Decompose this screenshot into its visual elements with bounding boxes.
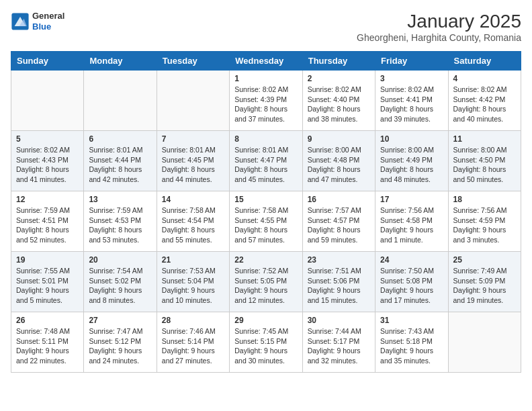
day-number: 29	[234, 316, 297, 325]
calendar-cell: 8Sunrise: 8:01 AM Sunset: 4:47 PM Daylig…	[230, 131, 302, 191]
calendar-cell: 28Sunrise: 7:46 AM Sunset: 5:14 PM Dayli…	[157, 312, 229, 373]
page-title: January 2025	[357, 11, 521, 32]
calendar-cell: 18Sunrise: 7:56 AM Sunset: 4:59 PM Dayli…	[448, 191, 521, 252]
calendar-week-row: 12Sunrise: 7:59 AM Sunset: 4:51 PM Dayli…	[11, 191, 521, 252]
day-info: Sunrise: 7:44 AM Sunset: 5:17 PM Dayligh…	[308, 327, 361, 365]
day-number: 22	[234, 255, 297, 265]
page-header: General Blue January 2025 Gheorgheni, Ha…	[11, 11, 521, 43]
day-header-friday: Friday	[375, 52, 448, 71]
day-header-wednesday: Wednesday	[230, 52, 302, 71]
calendar-cell: 11Sunrise: 8:00 AM Sunset: 4:50 PM Dayli…	[448, 131, 521, 191]
title-block: January 2025 Gheorgheni, Harghita County…	[357, 11, 521, 43]
day-number: 21	[162, 255, 224, 265]
day-info: Sunrise: 8:01 AM Sunset: 4:44 PM Dayligh…	[89, 146, 142, 183]
day-number: 2	[308, 74, 370, 83]
calendar-cell	[84, 71, 157, 131]
day-info: Sunrise: 8:00 AM Sunset: 4:48 PM Dayligh…	[308, 146, 361, 183]
day-number: 23	[308, 255, 370, 265]
day-number: 1	[234, 74, 297, 83]
day-number: 26	[16, 316, 79, 325]
day-info: Sunrise: 7:47 AM Sunset: 5:12 PM Dayligh…	[89, 327, 142, 365]
day-header-tuesday: Tuesday	[157, 52, 229, 71]
calendar-week-row: 1Sunrise: 8:02 AM Sunset: 4:39 PM Daylig…	[11, 71, 521, 131]
day-number: 15	[234, 195, 297, 204]
page-subtitle: Gheorgheni, Harghita County, Romania	[357, 32, 521, 43]
day-header-sunday: Sunday	[11, 52, 84, 71]
day-number: 7	[162, 134, 224, 144]
day-number: 16	[308, 195, 370, 204]
day-info: Sunrise: 7:48 AM Sunset: 5:11 PM Dayligh…	[16, 327, 70, 365]
day-info: Sunrise: 7:53 AM Sunset: 5:04 PM Dayligh…	[162, 267, 216, 304]
calendar-cell: 19Sunrise: 7:55 AM Sunset: 5:01 PM Dayli…	[11, 252, 84, 312]
day-number: 25	[453, 255, 516, 265]
day-number: 5	[16, 134, 79, 144]
day-number: 8	[234, 134, 297, 144]
calendar-cell: 10Sunrise: 8:00 AM Sunset: 4:49 PM Dayli…	[375, 131, 448, 191]
day-number: 13	[89, 195, 151, 204]
calendar-cell: 3Sunrise: 8:02 AM Sunset: 4:41 PM Daylig…	[375, 71, 448, 131]
day-info: Sunrise: 7:46 AM Sunset: 5:14 PM Dayligh…	[162, 327, 216, 365]
day-number: 31	[380, 316, 443, 325]
day-number: 9	[308, 134, 370, 144]
day-info: Sunrise: 8:02 AM Sunset: 4:42 PM Dayligh…	[453, 85, 507, 123]
logo: General Blue	[11, 11, 64, 32]
day-info: Sunrise: 8:01 AM Sunset: 4:45 PM Dayligh…	[162, 146, 216, 183]
day-info: Sunrise: 8:02 AM Sunset: 4:43 PM Dayligh…	[16, 146, 70, 183]
calendar-table: SundayMondayTuesdayWednesdayThursdayFrid…	[11, 51, 521, 373]
day-number: 20	[89, 255, 151, 265]
calendar-cell: 23Sunrise: 7:51 AM Sunset: 5:06 PM Dayli…	[302, 252, 375, 312]
day-info: Sunrise: 7:56 AM Sunset: 4:58 PM Dayligh…	[380, 206, 434, 244]
day-number: 6	[89, 134, 151, 144]
day-info: Sunrise: 7:56 AM Sunset: 4:59 PM Dayligh…	[453, 206, 507, 244]
day-info: Sunrise: 7:49 AM Sunset: 5:09 PM Dayligh…	[453, 267, 507, 304]
day-info: Sunrise: 7:45 AM Sunset: 5:15 PM Dayligh…	[234, 327, 288, 365]
calendar-cell: 13Sunrise: 7:59 AM Sunset: 4:53 PM Dayli…	[84, 191, 157, 252]
calendar-cell: 27Sunrise: 7:47 AM Sunset: 5:12 PM Dayli…	[84, 312, 157, 373]
calendar-cell: 30Sunrise: 7:44 AM Sunset: 5:17 PM Dayli…	[302, 312, 375, 373]
logo-icon	[11, 12, 30, 31]
day-info: Sunrise: 7:59 AM Sunset: 4:51 PM Dayligh…	[16, 206, 70, 244]
day-info: Sunrise: 7:58 AM Sunset: 4:54 PM Dayligh…	[162, 206, 216, 244]
day-info: Sunrise: 8:00 AM Sunset: 4:50 PM Dayligh…	[453, 146, 507, 183]
day-number: 12	[16, 195, 79, 204]
calendar-cell: 2Sunrise: 8:02 AM Sunset: 4:40 PM Daylig…	[302, 71, 375, 131]
day-number: 18	[453, 195, 516, 204]
logo-text: General Blue	[32, 11, 64, 32]
day-info: Sunrise: 7:55 AM Sunset: 5:01 PM Dayligh…	[16, 267, 70, 304]
day-number: 19	[16, 255, 79, 265]
day-header-monday: Monday	[84, 52, 157, 71]
calendar-cell	[11, 71, 84, 131]
calendar-cell	[157, 71, 229, 131]
calendar-cell: 25Sunrise: 7:49 AM Sunset: 5:09 PM Dayli…	[448, 252, 521, 312]
logo-line2: Blue	[32, 21, 64, 32]
calendar-cell: 7Sunrise: 8:01 AM Sunset: 4:45 PM Daylig…	[157, 131, 229, 191]
calendar-cell: 9Sunrise: 8:00 AM Sunset: 4:48 PM Daylig…	[302, 131, 375, 191]
day-info: Sunrise: 7:50 AM Sunset: 5:08 PM Dayligh…	[380, 267, 434, 304]
day-number: 10	[380, 134, 443, 144]
day-number: 24	[380, 255, 443, 265]
day-number: 4	[453, 74, 516, 83]
calendar-cell: 5Sunrise: 8:02 AM Sunset: 4:43 PM Daylig…	[11, 131, 84, 191]
calendar-cell: 15Sunrise: 7:58 AM Sunset: 4:55 PM Dayli…	[230, 191, 302, 252]
calendar-cell: 21Sunrise: 7:53 AM Sunset: 5:04 PM Dayli…	[157, 252, 229, 312]
day-info: Sunrise: 7:51 AM Sunset: 5:06 PM Dayligh…	[308, 267, 361, 304]
day-info: Sunrise: 8:02 AM Sunset: 4:40 PM Dayligh…	[308, 85, 361, 123]
calendar-cell: 16Sunrise: 7:57 AM Sunset: 4:57 PM Dayli…	[302, 191, 375, 252]
day-info: Sunrise: 7:43 AM Sunset: 5:18 PM Dayligh…	[380, 327, 434, 365]
day-info: Sunrise: 8:02 AM Sunset: 4:39 PM Dayligh…	[234, 85, 288, 123]
calendar-cell: 17Sunrise: 7:56 AM Sunset: 4:58 PM Dayli…	[375, 191, 448, 252]
calendar-cell: 6Sunrise: 8:01 AM Sunset: 4:44 PM Daylig…	[84, 131, 157, 191]
day-info: Sunrise: 7:52 AM Sunset: 5:05 PM Dayligh…	[234, 267, 288, 304]
day-info: Sunrise: 7:58 AM Sunset: 4:55 PM Dayligh…	[234, 206, 288, 244]
calendar-cell: 20Sunrise: 7:54 AM Sunset: 5:02 PM Dayli…	[84, 252, 157, 312]
calendar-header-row: SundayMondayTuesdayWednesdayThursdayFrid…	[11, 52, 521, 71]
day-number: 3	[380, 74, 443, 83]
calendar-cell: 22Sunrise: 7:52 AM Sunset: 5:05 PM Dayli…	[230, 252, 302, 312]
day-number: 14	[162, 195, 224, 204]
calendar-cell: 24Sunrise: 7:50 AM Sunset: 5:08 PM Dayli…	[375, 252, 448, 312]
calendar-cell: 4Sunrise: 8:02 AM Sunset: 4:42 PM Daylig…	[448, 71, 521, 131]
calendar-cell: 1Sunrise: 8:02 AM Sunset: 4:39 PM Daylig…	[230, 71, 302, 131]
day-info: Sunrise: 7:59 AM Sunset: 4:53 PM Dayligh…	[89, 206, 142, 244]
day-info: Sunrise: 8:01 AM Sunset: 4:47 PM Dayligh…	[234, 146, 288, 183]
day-number: 17	[380, 195, 443, 204]
